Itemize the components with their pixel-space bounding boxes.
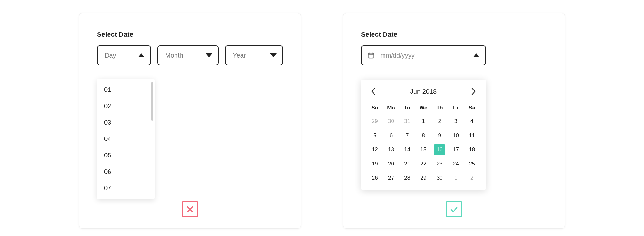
date-input-placeholder: mm/dd/yyyy — [380, 52, 467, 59]
calendar-week: 567891011 — [367, 128, 480, 143]
svg-point-5 — [371, 56, 371, 56]
calendar-day[interactable]: 4 — [464, 114, 480, 128]
weekday-header: Sa — [464, 101, 480, 114]
calendar-day[interactable]: 20 — [383, 157, 399, 171]
day-dropdown-label: Day — [105, 52, 116, 59]
day-option[interactable]: 01 — [97, 81, 155, 98]
calendar-day[interactable]: 6 — [383, 128, 399, 143]
weekday-header: Th — [431, 101, 448, 114]
date-input[interactable]: mm/dd/yyyy — [361, 45, 486, 65]
calendar-day[interactable]: 16 — [431, 143, 448, 157]
weekday-header: Tu — [399, 101, 415, 114]
x-icon — [186, 205, 194, 213]
day-option[interactable]: 04 — [97, 131, 155, 147]
calendar-day[interactable]: 27 — [383, 171, 399, 185]
month-dropdown-label: Month — [165, 52, 183, 59]
prev-month-button[interactable] — [369, 86, 378, 97]
month-dropdown[interactable]: Month — [157, 45, 219, 65]
caret-down-icon — [270, 53, 277, 57]
caret-up-icon — [138, 53, 145, 57]
chevron-right-icon — [470, 87, 476, 96]
calendar-day[interactable]: 14 — [399, 143, 415, 157]
svg-point-4 — [369, 56, 370, 56]
year-dropdown[interactable]: Year — [225, 45, 283, 65]
day-dropdown[interactable]: Day — [97, 45, 151, 65]
panel-title: Select Date — [97, 31, 283, 38]
date-select-panel-calendar: Select Date mm/dd/yyyy Jun 2018 — [343, 13, 565, 229]
day-dropdown-list[interactable]: 01 02 03 04 05 06 07 — [97, 79, 155, 199]
calendar-day[interactable]: 1 — [415, 114, 431, 128]
calendar-day[interactable]: 30 — [431, 171, 448, 185]
date-select-panel-dropdowns: Select Date Day Month Year 01 02 03 04 0… — [79, 13, 301, 229]
weekday-header: We — [415, 101, 431, 114]
calendar-day[interactable]: 1 — [448, 171, 464, 185]
panel-title: Select Date — [361, 31, 547, 38]
svg-point-7 — [369, 57, 370, 58]
status-box-valid — [446, 201, 462, 217]
calendar-day[interactable]: 19 — [367, 157, 383, 171]
calendar-week: 2930311234 — [367, 114, 480, 128]
calendar-icon — [367, 52, 374, 59]
check-icon — [450, 205, 458, 213]
calendar-day[interactable]: 30 — [383, 114, 399, 128]
svg-point-9 — [372, 57, 373, 58]
year-dropdown-label: Year — [233, 52, 246, 59]
calendar-header: Jun 2018 — [367, 86, 480, 101]
day-option[interactable]: 06 — [97, 164, 155, 180]
calendar-day[interactable]: 18 — [464, 143, 480, 157]
calendar-day[interactable]: 29 — [415, 171, 431, 185]
weekday-row: SuMoTuWeThFrSa — [367, 101, 480, 114]
weekday-header: Su — [367, 101, 383, 114]
calendar-month-label: Jun 2018 — [410, 88, 437, 95]
weekday-header: Fr — [448, 101, 464, 114]
caret-up-icon — [473, 53, 479, 57]
next-month-button[interactable] — [469, 86, 478, 97]
calendar-day[interactable]: 21 — [399, 157, 415, 171]
calendar-day[interactable]: 15 — [415, 143, 431, 157]
calendar-day[interactable]: 13 — [383, 143, 399, 157]
calendar-day[interactable]: 22 — [415, 157, 431, 171]
calendar-day[interactable]: 31 — [399, 114, 415, 128]
calendar-week: 19202122232425 — [367, 157, 480, 171]
caret-down-icon — [206, 53, 212, 57]
svg-point-8 — [371, 57, 371, 58]
calendar-grid: SuMoTuWeThFrSa 2930311234567891011121314… — [367, 101, 480, 185]
calendar-week: 12131415161718 — [367, 143, 480, 157]
calendar-day[interactable]: 5 — [367, 128, 383, 143]
calendar-day[interactable]: 2 — [431, 114, 448, 128]
calendar-day[interactable]: 2 — [464, 171, 480, 185]
calendar-day[interactable]: 26 — [367, 171, 383, 185]
calendar-day[interactable]: 3 — [448, 114, 464, 128]
day-option[interactable]: 03 — [97, 114, 155, 131]
calendar-day[interactable]: 11 — [464, 128, 480, 143]
svg-point-6 — [372, 56, 373, 56]
calendar-day[interactable]: 12 — [367, 143, 383, 157]
calendar-day[interactable]: 23 — [431, 157, 448, 171]
weekday-header: Mo — [383, 101, 399, 114]
day-option[interactable]: 07 — [97, 180, 155, 196]
calendar-body: 2930311234567891011121314151617181920212… — [367, 114, 480, 185]
day-option[interactable]: 05 — [97, 147, 155, 164]
status-box-invalid — [182, 201, 198, 217]
calendar-week: 262728293012 — [367, 171, 480, 185]
calendar-day[interactable]: 29 — [367, 114, 383, 128]
calendar-popup: Jun 2018 SuMoTuWeThFrSa 2930311234567891… — [361, 80, 486, 190]
calendar-day[interactable]: 10 — [448, 128, 464, 143]
calendar-day[interactable]: 28 — [399, 171, 415, 185]
scrollbar[interactable] — [151, 82, 153, 121]
dropdown-row: Day Month Year — [97, 45, 283, 65]
calendar-day[interactable]: 25 — [464, 157, 480, 171]
calendar-day[interactable]: 9 — [431, 128, 448, 143]
calendar-day[interactable]: 24 — [448, 157, 464, 171]
calendar-day[interactable]: 7 — [399, 128, 415, 143]
calendar-day[interactable]: 8 — [415, 128, 431, 143]
day-option[interactable]: 02 — [97, 98, 155, 114]
chevron-left-icon — [371, 87, 376, 96]
calendar-day[interactable]: 17 — [448, 143, 464, 157]
